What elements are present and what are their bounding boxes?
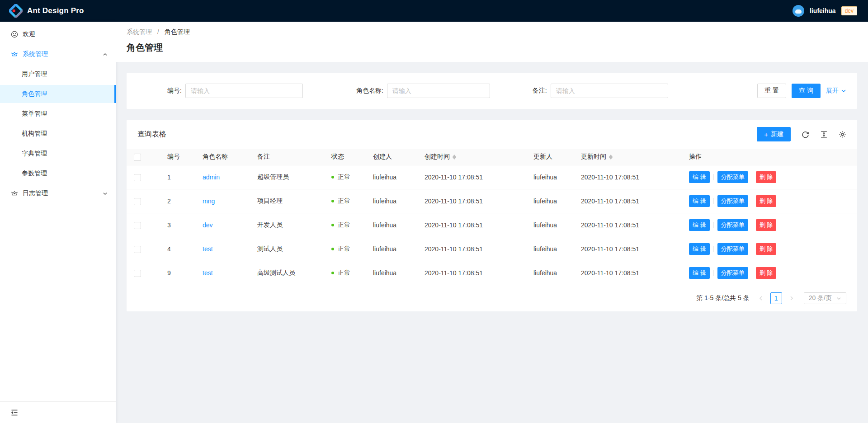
field-label-role-name: 角色名称: bbox=[356, 87, 383, 95]
avatar[interactable] bbox=[793, 5, 804, 17]
edit-button[interactable]: 编 辑 bbox=[689, 243, 710, 255]
delete-button[interactable]: 删 除 bbox=[756, 243, 777, 255]
edit-button[interactable]: 编 辑 bbox=[689, 195, 710, 207]
edit-button[interactable]: 编 辑 bbox=[689, 267, 710, 279]
vertical-divider bbox=[713, 198, 714, 204]
row-checkbox[interactable] bbox=[134, 174, 141, 181]
cell-updater: liufeihua bbox=[526, 189, 574, 213]
page-size-value: 20 条/页 bbox=[809, 294, 832, 302]
crown-icon bbox=[11, 51, 18, 58]
sidebar-item-label: 菜单管理 bbox=[22, 110, 47, 118]
sidebar-item-welcome[interactable]: 欢迎 bbox=[0, 25, 116, 43]
sidebar-group-log[interactable]: 日志管理 bbox=[0, 184, 116, 202]
row-checkbox[interactable] bbox=[134, 270, 141, 277]
cell-update-time: 2020-11-10 17:08:51 bbox=[574, 261, 682, 285]
table-row: 1 admin 超级管理员 正常 liufeihua 2020-11-10 17… bbox=[127, 165, 857, 189]
column-label: 更新时间 bbox=[581, 153, 606, 161]
cell-creator: liufeihua bbox=[366, 189, 417, 213]
prev-page-icon[interactable] bbox=[755, 292, 767, 304]
page-number[interactable]: 1 bbox=[770, 292, 782, 304]
chevron-down-icon bbox=[836, 296, 841, 301]
vertical-divider bbox=[752, 174, 752, 180]
env-tag: dev bbox=[841, 6, 857, 15]
settings-gear-icon[interactable] bbox=[839, 131, 846, 138]
assign-menu-button[interactable]: 分配菜单 bbox=[717, 195, 748, 207]
role-name-link[interactable]: admin bbox=[203, 174, 220, 181]
expand-label: 展开 bbox=[826, 87, 839, 95]
assign-menu-button[interactable]: 分配菜单 bbox=[717, 267, 748, 279]
app-logo[interactable]: Ant Design Pro bbox=[9, 4, 84, 18]
sidebar-item-label: 用户管理 bbox=[22, 70, 47, 78]
menu-fold-icon[interactable] bbox=[11, 409, 18, 416]
role-name-search-input[interactable] bbox=[387, 84, 490, 98]
column-header-status: 状态 bbox=[324, 149, 366, 165]
cell-create-time: 2020-11-10 17:08:51 bbox=[417, 189, 526, 213]
cell-updater: liufeihua bbox=[526, 261, 574, 285]
delete-button[interactable]: 删 除 bbox=[756, 267, 777, 279]
delete-button[interactable]: 删 除 bbox=[756, 171, 777, 183]
sidebar-item-role-mgmt[interactable]: 角色管理 bbox=[0, 85, 116, 103]
assign-menu-button[interactable]: 分配菜单 bbox=[717, 219, 748, 231]
cell-create-time: 2020-11-10 17:08:51 bbox=[417, 237, 526, 261]
status-dot-icon bbox=[331, 176, 334, 179]
sidebar-group-system[interactable]: 系统管理 bbox=[0, 45, 116, 63]
table-header-row: 编号 角色名称 备注 状态 创建人 创建时间 更新人 bbox=[127, 149, 857, 165]
sidebar-item-menu-mgmt[interactable]: 菜单管理 bbox=[0, 105, 116, 123]
vertical-divider bbox=[713, 174, 714, 180]
next-page-icon[interactable] bbox=[786, 292, 797, 304]
cell-create-time: 2020-11-10 17:08:51 bbox=[417, 165, 526, 189]
new-button[interactable]: + 新建 bbox=[757, 127, 791, 141]
smile-icon bbox=[11, 31, 18, 38]
role-name-link[interactable]: test bbox=[203, 245, 213, 253]
edit-button[interactable]: 编 辑 bbox=[689, 219, 710, 231]
column-header-creator: 创建人 bbox=[366, 149, 417, 165]
reload-icon[interactable] bbox=[802, 131, 809, 138]
app-header: Ant Design Pro liufeihua dev bbox=[0, 0, 868, 22]
cell-remark: 开发人员 bbox=[250, 213, 324, 237]
density-icon[interactable] bbox=[820, 131, 828, 138]
sidebar-item-param-mgmt[interactable]: 参数管理 bbox=[0, 164, 116, 183]
column-header-actions: 操作 bbox=[682, 149, 857, 165]
select-all-checkbox[interactable] bbox=[134, 154, 141, 161]
create-time-sorter[interactable]: 创建时间 bbox=[425, 153, 456, 161]
expand-link[interactable]: 展开 bbox=[826, 87, 846, 95]
user-name[interactable]: liufeihua bbox=[810, 7, 836, 14]
row-checkbox[interactable] bbox=[134, 246, 141, 253]
row-checkbox[interactable] bbox=[134, 198, 141, 205]
column-header-id: 编号 bbox=[160, 149, 195, 165]
sort-carets-icon bbox=[609, 155, 613, 160]
role-name-link[interactable]: test bbox=[203, 269, 213, 277]
status-badge: 正常 bbox=[338, 221, 350, 229]
roles-table: 编号 角色名称 备注 状态 创建人 创建时间 更新人 bbox=[127, 149, 857, 285]
reset-button[interactable]: 重 置 bbox=[757, 84, 786, 98]
cell-id: 4 bbox=[160, 237, 195, 261]
column-header-remark: 备注 bbox=[250, 149, 324, 165]
assign-menu-button[interactable]: 分配菜单 bbox=[717, 171, 748, 183]
remark-search-input[interactable] bbox=[551, 84, 668, 98]
update-time-sorter[interactable]: 更新时间 bbox=[581, 153, 613, 161]
delete-button[interactable]: 删 除 bbox=[756, 219, 777, 231]
sidebar: 欢迎 系统管理 用户管理 角色管理 菜单管理 机构管理 字典管理 参数管理 bbox=[0, 22, 116, 423]
sidebar-item-org-mgmt[interactable]: 机构管理 bbox=[0, 125, 116, 143]
breadcrumb-parent[interactable]: 系统管理 bbox=[127, 28, 152, 35]
sidebar-item-label: 字典管理 bbox=[22, 150, 47, 158]
cell-creator: liufeihua bbox=[366, 213, 417, 237]
page-size-select[interactable]: 20 条/页 bbox=[804, 292, 846, 304]
id-search-input[interactable] bbox=[185, 84, 303, 98]
sidebar-footer bbox=[0, 401, 116, 423]
assign-menu-button[interactable]: 分配菜单 bbox=[717, 243, 748, 255]
role-name-link[interactable]: mng bbox=[203, 197, 215, 205]
sidebar-item-dict-mgmt[interactable]: 字典管理 bbox=[0, 145, 116, 163]
chevron-down-icon bbox=[103, 191, 108, 196]
role-name-link[interactable]: dev bbox=[203, 221, 213, 229]
cell-update-time: 2020-11-10 17:08:51 bbox=[574, 189, 682, 213]
row-checkbox[interactable] bbox=[134, 222, 141, 229]
sidebar-item-user-mgmt[interactable]: 用户管理 bbox=[0, 65, 116, 83]
table-title: 查询表格 bbox=[137, 130, 166, 139]
edit-button[interactable]: 编 辑 bbox=[689, 171, 710, 183]
status-badge: 正常 bbox=[338, 173, 350, 181]
field-label-id: 编号: bbox=[167, 87, 182, 95]
delete-button[interactable]: 删 除 bbox=[756, 195, 777, 207]
query-button[interactable]: 查 询 bbox=[792, 84, 821, 98]
sidebar-item-label: 欢迎 bbox=[23, 30, 35, 38]
